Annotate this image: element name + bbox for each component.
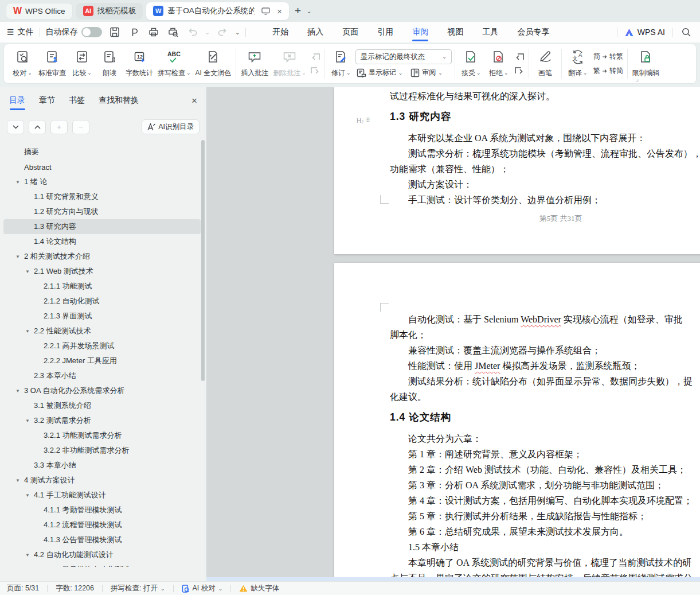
heading-level-badge[interactable]: H₂⠿ (357, 111, 370, 130)
autosave-toggle[interactable] (81, 27, 102, 37)
read-aloud-button[interactable]: 朗读 (96, 46, 123, 81)
sidebar-scrollbar[interactable] (201, 140, 205, 381)
document-canvas[interactable]: 试过程标准化与结果可视化的深入探讨。H₂⠿1.3 研究内容本研究以某企业 OA … (206, 87, 700, 581)
toc-item[interactable]: ▼2.1 Web 测试技术 (3, 264, 201, 279)
menu-tab-页面[interactable]: 页面 (341, 22, 359, 42)
menu-tab-工具[interactable]: 工具 (481, 22, 499, 42)
insert-comment-button[interactable]: 插入批注 (239, 46, 270, 81)
collapse-arrow-icon[interactable]: ▼ (25, 493, 31, 498)
toc-item[interactable]: 2.2.2 JMeter 工具应用 (3, 353, 201, 368)
toc-item[interactable]: 2.2.1 高并发场景测试 (3, 339, 201, 353)
collapse-arrow-icon[interactable]: ▼ (15, 180, 21, 185)
toc-item[interactable]: ▼3 OA 自动化办公系统需求分析 (3, 383, 201, 398)
toc-item[interactable]: 2.1.1 功能测试 (3, 279, 201, 294)
sidebar-tab-目录[interactable]: 目录 (9, 95, 25, 110)
next-comment-button[interactable] (309, 65, 322, 76)
to-simplified-button[interactable]: 繁 转简 (592, 65, 624, 76)
wps-ai-button[interactable]: WPS AI (624, 28, 665, 37)
spell-check-button[interactable]: ABC 拼写检查⌄ (156, 46, 193, 81)
toc-item[interactable]: 2.3 本章小结 (3, 368, 201, 383)
toc-item[interactable]: ▼1 绪 论 (3, 174, 201, 189)
ai-recognize-toc-button[interactable]: AI识别目录 (142, 119, 200, 134)
file-menu-button[interactable]: ☰ 文件 (7, 27, 34, 37)
sidebar-tab-查找和替换[interactable]: 查找和替换 (99, 95, 139, 110)
group-expand-icon[interactable]: ⌟ (636, 76, 639, 82)
toc-item[interactable]: 3.3 本章小结 (3, 458, 201, 473)
ai-proofread-status[interactable]: AI 校对 ⌄ (182, 584, 223, 593)
undo-button[interactable] (186, 25, 200, 39)
previous-comment-button[interactable] (309, 52, 322, 62)
spell-check-status[interactable]: 拼写检查: 打开 ⌄ (111, 584, 165, 593)
print-button[interactable] (147, 25, 161, 39)
review-pane-button[interactable]: 审阅 ⌄ (409, 67, 444, 78)
page-indicator[interactable]: 页面: 5/31 (7, 584, 39, 593)
undo-history-caret-icon[interactable]: ⌄ (205, 29, 210, 36)
toc-item[interactable]: 4.1.3 公告管理模块测试 (3, 532, 201, 547)
toc-item[interactable]: ▼2.2 性能测试技术 (3, 324, 201, 339)
collapse-arrow-icon[interactable]: ▼ (25, 418, 31, 423)
tab-docer-templates[interactable]: AI 找稻壳模板 (76, 3, 143, 20)
collapse-arrow-icon[interactable]: ▼ (15, 388, 21, 394)
collapse-arrow-icon[interactable]: ▼ (15, 254, 21, 259)
collapse-arrow-icon[interactable]: ▼ (25, 269, 31, 274)
translate-button[interactable]: 文A 翻译⌄ (565, 46, 591, 81)
menu-tab-开始[interactable]: 开始 (271, 22, 290, 42)
collapse-arrow-icon[interactable]: ▼ (25, 553, 31, 558)
ink-brush-button[interactable]: 画笔 (532, 46, 558, 81)
toc-item[interactable]: 1.3 研究内容 (3, 219, 201, 234)
monitor-icon[interactable] (259, 4, 272, 18)
toc-collapse-up-button[interactable] (29, 120, 46, 134)
toc-zoom-out-button[interactable]: − (72, 120, 89, 134)
toc-item[interactable]: 1.2 研究方向与现状 (3, 204, 201, 219)
markup-state-dropdown[interactable]: 显示标记的最终状态 ⌄ (355, 49, 452, 64)
toc-item[interactable]: ▼4.1 手工功能测试设计 (3, 488, 201, 503)
accept-revision-button[interactable]: 接受⌄ (458, 46, 484, 81)
collapse-arrow-icon[interactable]: ▼ (15, 478, 21, 483)
toc-item[interactable]: 2.1.2 自动化测试 (3, 294, 201, 309)
collapse-arrow-icon[interactable]: ▼ (25, 329, 31, 334)
toc-item[interactable]: 3.2.1 功能测试需求分析 (3, 428, 201, 443)
toc-item[interactable]: ▼4.2 自动化功能测试设计 (3, 547, 201, 562)
compare-button[interactable]: 比较⌄ (69, 46, 95, 81)
toc-item[interactable]: ▼3.2 测试需求分析 (3, 413, 201, 428)
sidebar-close-icon[interactable]: × (191, 95, 197, 110)
search-icon[interactable] (679, 25, 693, 39)
print-preview-button[interactable] (166, 25, 180, 39)
sidebar-tab-书签[interactable]: 书签 (69, 95, 85, 110)
word-count-button[interactable]: 12 字数统计 (124, 46, 155, 81)
redo-button[interactable] (216, 25, 229, 39)
next-revision-button[interactable] (513, 65, 526, 76)
word-count-indicator[interactable]: 字数: 12206 (56, 584, 94, 593)
menu-tab-会员专享[interactable]: 会员专享 (516, 22, 550, 42)
toc-item[interactable]: 2.1.3 界面测试 (3, 309, 201, 324)
toc-zoom-in-button[interactable]: + (50, 120, 68, 134)
toc-item[interactable]: ▼4 测试方案设计 (3, 473, 201, 488)
show-markup-button[interactable]: 显示标记 ⌄ (355, 67, 404, 78)
toc-item[interactable]: 1.1 研究背景和意义 (3, 189, 201, 204)
toc-item[interactable]: ▼2 相关测试技术介绍 (3, 249, 201, 264)
menu-tab-审阅[interactable]: 审阅 (411, 22, 429, 42)
toc-item[interactable]: 1.4 论文结构 (3, 234, 201, 249)
ai-polish-button[interactable]: AI 全文润色 (194, 46, 233, 81)
tab-wps-office[interactable]: W WPS Office (6, 3, 73, 20)
menu-tab-视图[interactable]: 视图 (446, 22, 464, 42)
menu-tab-插入[interactable]: 插入 (306, 22, 324, 42)
tab-list-chevron-icon[interactable]: ⌄ (307, 8, 311, 14)
close-tab-icon[interactable]: × (277, 7, 282, 15)
toc-item[interactable]: 4.1.2 流程管理模块测试 (3, 518, 201, 532)
to-traditional-button[interactable]: 简 转繁 (592, 51, 624, 62)
delete-comment-button[interactable]: 删除批注⌄ (271, 46, 308, 81)
save-button[interactable] (108, 25, 122, 39)
document-page-6[interactable]: 自动化测试：基于 Selenium WebDriver 实现核心流程（如登录、审… (334, 263, 700, 581)
document-page-5[interactable]: 试过程标准化与结果可视化的深入探讨。H₂⠿1.3 研究内容本研究以某企业 OA … (334, 87, 700, 254)
restrict-editing-button[interactable]: 限制编辑 (631, 46, 662, 81)
toc-item[interactable]: Abstract (3, 160, 201, 174)
toc-item[interactable]: 4.1.1 考勤管理模块测试 (3, 503, 201, 518)
track-changes-button[interactable]: 修订⌄ (328, 46, 354, 81)
sidebar-tab-章节[interactable]: 章节 (39, 95, 55, 110)
toc-item[interactable]: 4.2.1 登录模块自动化测试 (3, 562, 201, 567)
new-tab-button[interactable]: + (292, 5, 303, 17)
standard-review-button[interactable]: 标准审查 (37, 46, 68, 81)
toc-expand-down-button[interactable] (7, 120, 24, 134)
toc-item[interactable]: 3.2.2 非功能测试需求分析 (3, 443, 201, 458)
